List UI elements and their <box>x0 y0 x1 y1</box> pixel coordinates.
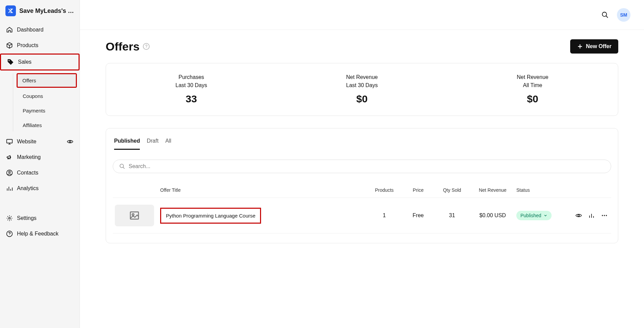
svg-point-14 <box>606 215 607 216</box>
sidebar-item-analytics[interactable]: Analytics <box>3 181 77 196</box>
help-icon <box>6 230 13 237</box>
cell-revenue: $0.00 USD <box>469 212 516 219</box>
sidebar-item-products[interactable]: Products <box>3 38 77 53</box>
col-revenue: Net Revenue <box>469 187 516 193</box>
search-box[interactable] <box>113 160 611 173</box>
more-icon[interactable] <box>601 212 608 219</box>
box-icon <box>6 42 13 49</box>
app-logo[interactable] <box>5 5 16 16</box>
stat-purchases: Purchases Last 30 Days 33 <box>106 74 277 105</box>
sidebar-item-help[interactable]: Help & Feedback <box>3 226 77 241</box>
sidebar: Save MyLeads's F... Dashboard Products S… <box>0 0 80 328</box>
bar-chart-icon <box>6 185 13 192</box>
col-price: Price <box>401 187 435 193</box>
col-status: Status <box>516 187 564 193</box>
home-icon <box>6 26 13 33</box>
svg-point-0 <box>8 60 9 61</box>
page-title: Offers <box>106 40 139 53</box>
page-head: Offers ? New Offer <box>106 39 618 54</box>
sidebar-item-label: Help & Feedback <box>17 231 59 237</box>
table-header: Offer Title Products Price Qty Sold Net … <box>113 183 611 198</box>
sidebar-sub-offers[interactable]: Offers <box>17 73 77 88</box>
table-row[interactable]: Python Programming Language Course 1 Fre… <box>113 198 611 233</box>
search-icon <box>119 163 125 169</box>
status-badge[interactable]: Published <box>516 211 552 220</box>
svg-rect-1 <box>7 139 13 143</box>
new-offer-label: New Offer <box>586 43 611 49</box>
megaphone-icon <box>6 154 13 161</box>
preview-icon[interactable] <box>575 212 582 219</box>
eye-icon[interactable] <box>67 138 73 145</box>
search-icon[interactable] <box>601 11 609 19</box>
col-title: Offer Title <box>160 187 367 193</box>
sidebar-item-label: Sales <box>18 59 31 65</box>
cell-products: 1 <box>367 212 401 219</box>
topbar: SM <box>80 0 644 30</box>
offer-title-link[interactable]: Python Programming Language Course <box>160 208 261 224</box>
tab-draft[interactable]: Draft <box>147 138 158 150</box>
col-products: Products <box>367 187 401 193</box>
cell-price: Free <box>401 212 435 219</box>
sidebar-item-label: Analytics <box>17 185 39 191</box>
image-icon <box>129 210 140 221</box>
svg-point-8 <box>120 164 124 168</box>
svg-point-4 <box>9 171 10 173</box>
sidebar-item-website[interactable]: Website <box>3 134 77 149</box>
user-icon <box>6 169 13 176</box>
monitor-icon <box>6 138 13 145</box>
sidebar-item-label: Products <box>17 42 38 48</box>
sidebar-item-sales[interactable]: Sales <box>0 54 80 70</box>
offers-table: Offer Title Products Price Qty Sold Net … <box>113 183 611 233</box>
sidebar-item-label: Website <box>17 139 37 145</box>
sidebar-item-contacts[interactable]: Contacts <box>3 165 77 180</box>
sidebar-item-label: Contacts <box>17 170 38 176</box>
sidebar-item-marketing[interactable]: Marketing <box>3 150 77 165</box>
cell-qty: 31 <box>435 212 469 219</box>
app-title: Save MyLeads's F... <box>19 7 74 15</box>
sidebar-sub-affiliates[interactable]: Affiliates <box>18 119 77 131</box>
sidebar-item-label: Marketing <box>17 154 41 160</box>
stats-card: Purchases Last 30 Days 33 Net Revenue La… <box>106 63 618 116</box>
sidebar-item-dashboard[interactable]: Dashboard <box>3 22 77 37</box>
gear-icon <box>6 215 13 222</box>
avatar[interactable]: SM <box>617 8 630 22</box>
search-input[interactable] <box>129 163 605 169</box>
new-offer-button[interactable]: New Offer <box>570 39 618 54</box>
svg-point-7 <box>602 12 607 16</box>
list-card: Published Draft All Offer Title Products… <box>106 128 618 243</box>
sidebar-item-label: Settings <box>17 215 37 221</box>
nav: Dashboard Products Sales Offers Coupons … <box>0 22 80 241</box>
sidebar-sub-payments[interactable]: Payments <box>18 104 77 117</box>
col-qty: Qty Sold <box>435 187 469 193</box>
svg-point-11 <box>578 215 580 217</box>
offer-thumbnail <box>115 205 154 226</box>
stat-revenue-all: Net Revenue All Time $0 <box>447 74 618 105</box>
stat-revenue-30: Net Revenue Last 30 Days $0 <box>277 74 447 105</box>
tag-icon <box>7 59 14 65</box>
sidebar-sub-coupons[interactable]: Coupons <box>18 90 77 102</box>
sidebar-item-settings[interactable]: Settings <box>3 211 77 226</box>
chevron-down-icon <box>543 213 548 218</box>
tab-all[interactable]: All <box>165 138 171 150</box>
svg-point-10 <box>132 214 134 216</box>
sidebar-header: Save MyLeads's F... <box>0 5 80 22</box>
tabs: Published Draft All <box>113 138 611 150</box>
main: SM Offers ? New Offer Purchases Last 30 … <box>80 0 644 328</box>
svg-point-12 <box>602 215 603 216</box>
svg-point-5 <box>9 218 10 219</box>
stats-icon[interactable] <box>588 212 595 219</box>
content: Offers ? New Offer Purchases Last 30 Day… <box>80 30 644 253</box>
svg-point-2 <box>69 141 71 143</box>
help-circle-icon[interactable]: ? <box>143 43 150 50</box>
sales-submenu: Offers Coupons Payments Affiliates <box>13 73 77 131</box>
sidebar-item-label: Dashboard <box>17 27 43 33</box>
tab-published[interactable]: Published <box>114 138 140 150</box>
svg-point-13 <box>604 215 605 216</box>
